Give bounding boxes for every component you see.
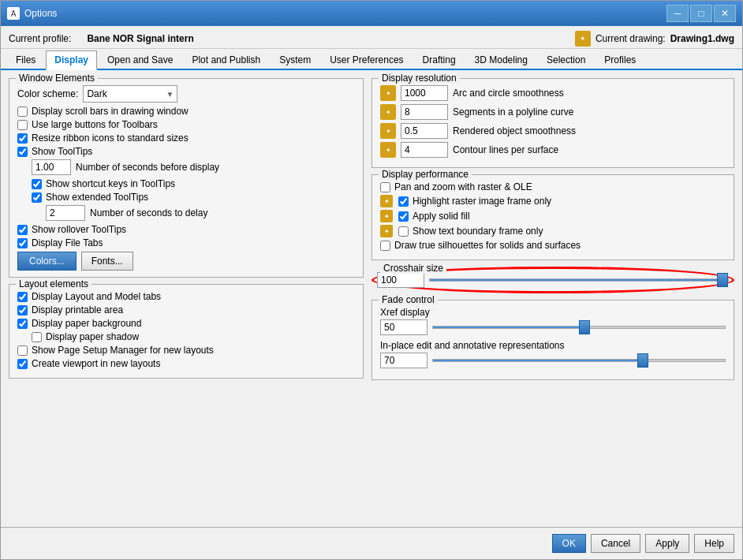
text-boundary-row: ✦ Show text boundary frame only xyxy=(380,225,726,237)
pan-zoom-row: Pan and zoom with raster & OLE xyxy=(380,181,726,192)
res-row-2: ✦ Rendered object smoothness xyxy=(380,123,726,139)
res-label-1: Segments in a polyline curve xyxy=(453,106,573,118)
window-elements-group: Window Elements Color scheme: Dark ▼ Dis… xyxy=(9,78,364,278)
resize-ribbon-row: Resize ribbon icons to standard sizes xyxy=(17,133,355,144)
page-setup-checkbox[interactable] xyxy=(17,345,28,356)
highlight-raster-label: Highlight raster image frame only xyxy=(413,196,551,207)
rollover-label: Show rollover ToolTips xyxy=(32,224,126,235)
fonts-button[interactable]: Fonts... xyxy=(81,252,133,271)
fade-control-group: Fade control Xref display In-place edit … xyxy=(372,300,734,380)
perf-icon-1: ✦ xyxy=(380,195,393,207)
tab-system[interactable]: System xyxy=(271,50,319,69)
layout-model-row: Display Layout and Model tabs xyxy=(17,291,355,302)
resize-ribbon-checkbox[interactable] xyxy=(17,133,28,144)
extended-tooltips-row: Show extended ToolTips xyxy=(32,192,355,203)
xref-fill xyxy=(433,327,579,328)
drawing-label: Current drawing: xyxy=(596,33,666,44)
res-input-1[interactable] xyxy=(401,104,448,120)
crosshair-slider-row xyxy=(377,272,729,288)
res-icon-2: ✦ xyxy=(380,123,396,139)
large-buttons-checkbox[interactable] xyxy=(17,120,28,130)
printable-area-checkbox[interactable] xyxy=(17,305,28,315)
tab-3d-modeling[interactable]: 3D Modeling xyxy=(466,50,536,69)
show-tooltips-label: Show ToolTips xyxy=(32,146,92,157)
paper-shadow-checkbox[interactable] xyxy=(32,332,42,342)
tab-user-prefs[interactable]: User Preferences xyxy=(321,50,412,69)
scroll-bars-checkbox[interactable] xyxy=(17,106,28,117)
crosshair-thumb[interactable] xyxy=(717,273,728,287)
inplace-fill xyxy=(433,360,637,361)
highlight-raster-checkbox[interactable] xyxy=(398,196,409,207)
cancel-button[interactable]: Cancel xyxy=(591,534,640,553)
help-button[interactable]: Help xyxy=(694,534,734,553)
scroll-bars-label: Display scroll bars in drawing window xyxy=(32,106,189,117)
xref-row: Xref display xyxy=(380,307,726,335)
delay-input[interactable] xyxy=(46,205,85,221)
pan-zoom-checkbox[interactable] xyxy=(380,182,390,192)
perf-icon-2: ✦ xyxy=(380,210,393,222)
inplace-input[interactable] xyxy=(380,353,428,368)
crosshair-title: Crosshair size xyxy=(380,263,446,274)
show-tooltips-row: Show ToolTips xyxy=(17,146,355,157)
true-silhouettes-checkbox[interactable] xyxy=(380,241,390,251)
minimize-button[interactable]: ─ xyxy=(666,5,689,22)
shortcut-keys-checkbox[interactable] xyxy=(32,179,42,189)
ok-button[interactable]: OK xyxy=(552,534,586,553)
xref-label: Xref display xyxy=(380,307,726,318)
display-resolution-title: Display resolution xyxy=(379,73,460,84)
right-panel: Display resolution ✦ Arc and circle smoo… xyxy=(372,78,734,519)
delay-row: Number of seconds to delay xyxy=(46,205,355,221)
tab-files[interactable]: Files xyxy=(7,50,44,69)
res-input-0[interactable] xyxy=(401,85,448,101)
file-tabs-checkbox[interactable] xyxy=(17,238,28,248)
tab-drafting[interactable]: Drafting xyxy=(414,50,465,69)
res-label-0: Arc and circle smoothness xyxy=(453,88,564,99)
large-buttons-row: Use large buttons for Toolbars xyxy=(17,119,355,130)
seconds-input[interactable] xyxy=(32,159,71,175)
text-boundary-label: Show text boundary frame only xyxy=(413,226,543,237)
content-area: Window Elements Color scheme: Dark ▼ Dis… xyxy=(1,70,742,527)
inplace-track[interactable] xyxy=(432,359,726,362)
perf-icon-3: ✦ xyxy=(380,225,393,237)
res-icon-0: ✦ xyxy=(380,85,396,101)
btn-row: Colors... Fonts... xyxy=(17,252,355,271)
tab-open-save[interactable]: Open and Save xyxy=(99,50,181,69)
tab-display[interactable]: Display xyxy=(46,50,97,70)
crosshair-fill xyxy=(430,279,728,281)
page-setup-label: Show Page Setup Manager for new layouts xyxy=(32,345,214,356)
apply-solid-checkbox[interactable] xyxy=(398,211,409,222)
res-input-2[interactable] xyxy=(401,123,448,139)
res-input-3[interactable] xyxy=(401,142,448,158)
xref-track[interactable] xyxy=(432,326,726,329)
colors-button[interactable]: Colors... xyxy=(17,252,77,271)
xref-thumb[interactable] xyxy=(579,320,590,334)
layout-model-checkbox[interactable] xyxy=(17,292,28,302)
rollover-checkbox[interactable] xyxy=(17,225,28,235)
maximize-button[interactable]: □ xyxy=(690,5,712,22)
res-icon-1: ✦ xyxy=(380,104,396,120)
seconds-row: Number of seconds before display xyxy=(32,159,355,175)
crosshair-track[interactable] xyxy=(429,278,729,282)
paper-background-checkbox[interactable] xyxy=(17,319,28,329)
create-viewport-checkbox[interactable] xyxy=(17,359,28,369)
extended-tooltips-checkbox[interactable] xyxy=(32,192,42,203)
drawing-icon: ✦ xyxy=(575,31,591,47)
close-button[interactable]: ✕ xyxy=(714,5,736,22)
tab-plot-publish[interactable]: Plot and Publish xyxy=(183,50,269,69)
crosshair-group: Crosshair size xyxy=(372,267,734,293)
res-row-3: ✦ Contour lines per surface xyxy=(380,142,726,158)
shortcut-keys-row: Show shortcut keys in ToolTips xyxy=(32,178,355,189)
apply-button[interactable]: Apply xyxy=(645,534,689,553)
show-tooltips-checkbox[interactable] xyxy=(17,147,28,157)
resize-ribbon-label: Resize ribbon icons to standard sizes xyxy=(32,133,189,144)
crosshair-input[interactable] xyxy=(377,272,424,288)
inplace-thumb[interactable] xyxy=(637,353,648,368)
xref-input[interactable] xyxy=(380,319,428,335)
inplace-row: In-place edit and annotative representat… xyxy=(380,340,726,368)
color-scheme-select[interactable]: Dark ▼ xyxy=(83,85,177,103)
text-boundary-checkbox[interactable] xyxy=(398,226,409,237)
tab-profiles[interactable]: Profiles xyxy=(596,50,644,69)
create-viewport-label: Create viewport in new layouts xyxy=(32,358,160,369)
tab-selection[interactable]: Selection xyxy=(538,50,594,69)
res-label-3: Contour lines per surface xyxy=(453,144,558,155)
